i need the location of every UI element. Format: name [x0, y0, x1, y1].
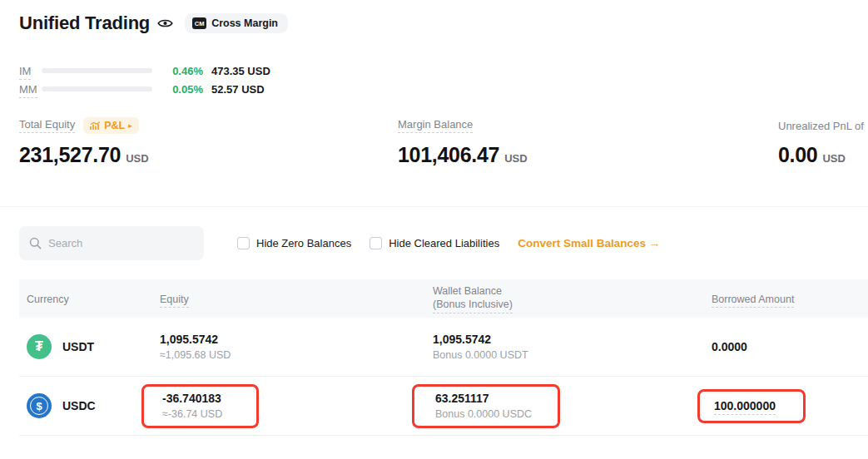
- hide-cleared-liabilities-checkbox[interactable]: Hide Cleared Liabilities: [370, 237, 499, 249]
- title-row: Unified Trading CM Cross Margin: [19, 12, 288, 34]
- account-summary: Total Equity P&L ▸ 231,527.70 USD Margin…: [19, 117, 868, 167]
- table-row-usdt: ₮ USDT 1,095.5742 ≈1,095.68 USD 1,095.57…: [19, 318, 868, 377]
- mm-label[interactable]: MM: [19, 83, 42, 96]
- usdt-borrowed-cell: 0.0000: [712, 340, 868, 354]
- search-icon: [29, 237, 42, 249]
- total-equity-value: 231,527.70: [19, 143, 121, 167]
- highlight-box-borrowed: 100.000000: [697, 389, 806, 423]
- checkbox-box-icon: [370, 237, 382, 249]
- pnl-badge-label: P&L: [104, 120, 125, 131]
- column-equity[interactable]: Equity: [160, 293, 433, 305]
- total-equity-block: Total Equity P&L ▸ 231,527.70 USD: [19, 117, 398, 167]
- usdt-wallet-balance-cell: 1,095.5742 Bonus 0.0000 USDT: [433, 333, 712, 362]
- hide-zero-balances-label: Hide Zero Balances: [256, 237, 351, 249]
- assets-toolbar: Hide Zero Balances Hide Cleared Liabilit…: [19, 226, 660, 260]
- column-wallet-balance[interactable]: Wallet Balance (Bonus Inclusive): [433, 284, 712, 313]
- unrealized-pnl-block: Unrealized PnL of 0.00 USD: [778, 117, 868, 167]
- usdc-icon: $: [27, 393, 52, 418]
- im-percent: 0.46%: [161, 65, 203, 77]
- total-equity-label[interactable]: Total Equity: [19, 118, 75, 133]
- table-header-row: Currency Equity Wallet Balance (Bonus In…: [19, 279, 868, 318]
- im-value: 473.35 USD: [211, 65, 270, 77]
- margin-balance-block: Margin Balance 101,406.47 USD: [398, 117, 778, 167]
- highlight-box-wallet: 63.251117 Bonus 0.0000 USDC: [412, 384, 560, 428]
- usdt-icon: ₮: [27, 334, 52, 359]
- column-borrowed-amount[interactable]: Borrowed Amount: [712, 293, 868, 305]
- convert-small-balances-link[interactable]: Convert Small Balances →: [518, 237, 660, 249]
- usdc-equity-cell: -36.740183 ≈-36.74 USD: [160, 384, 433, 428]
- margin-balance-unit: USD: [504, 152, 527, 165]
- mm-progress-bar: [42, 86, 152, 91]
- column-currency: Currency: [19, 293, 160, 305]
- pnl-badge[interactable]: P&L ▸: [83, 117, 139, 134]
- im-row: IM 0.46% 473.35 USD: [19, 62, 270, 80]
- unrealized-pnl-label: Unrealized PnL of: [778, 120, 864, 132]
- hide-zero-balances-checkbox[interactable]: Hide Zero Balances: [237, 237, 351, 249]
- usdc-wallet-balance-cell: 63.251117 Bonus 0.0000 USDC: [433, 384, 712, 428]
- table-row-usdc: $ USDC -36.740183 ≈-36.74 USD 63.251117 …: [19, 377, 868, 436]
- margin-mode-badge[interactable]: CM Cross Margin: [185, 13, 288, 33]
- margin-mode-label: Cross Margin: [211, 17, 278, 29]
- search-input[interactable]: [48, 237, 190, 249]
- total-equity-unit: USD: [126, 152, 148, 165]
- im-progress-bar: [42, 68, 152, 73]
- mm-percent: 0.05%: [161, 83, 203, 96]
- unified-trading-page: Unified Trading CM Cross Margin IM 0.46%…: [0, 0, 868, 459]
- currency-symbol: USDC: [62, 399, 96, 412]
- mm-row: MM 0.05% 52.57 USD: [19, 80, 270, 98]
- usdc-borrowed-cell: 100.000000: [712, 389, 868, 423]
- currency-symbol: USDT: [62, 340, 94, 353]
- section-divider: [0, 206, 868, 207]
- margin-balance-label[interactable]: Margin Balance: [398, 118, 473, 133]
- chevron-right-icon: ▸: [128, 121, 132, 130]
- mm-value: 52.57 USD: [211, 83, 265, 96]
- assets-table: Currency Equity Wallet Balance (Bonus In…: [19, 279, 868, 436]
- checkbox-box-icon: [237, 237, 250, 249]
- cross-margin-icon: CM: [192, 17, 206, 29]
- eye-icon[interactable]: [157, 17, 173, 29]
- page-title: Unified Trading: [19, 12, 150, 34]
- unrealized-pnl-unit: USD: [822, 152, 845, 165]
- search-box[interactable]: [19, 226, 204, 260]
- chart-icon: [90, 121, 101, 131]
- usdc-borrowed-value[interactable]: 100.000000: [714, 399, 776, 415]
- hide-cleared-liabilities-label: Hide Cleared Liabilities: [389, 237, 499, 249]
- im-label[interactable]: IM: [19, 65, 42, 77]
- highlight-box-equity: -36.740183 ≈-36.74 USD: [141, 384, 259, 428]
- margin-balance-value: 101,406.47: [398, 143, 499, 167]
- unrealized-pnl-value: 0.00: [778, 143, 817, 167]
- margin-ratio-block: IM 0.46% 473.35 USD MM 0.05% 52.57 USD: [19, 62, 270, 98]
- usdt-equity-cell: 1,095.5742 ≈1,095.68 USD: [160, 333, 433, 362]
